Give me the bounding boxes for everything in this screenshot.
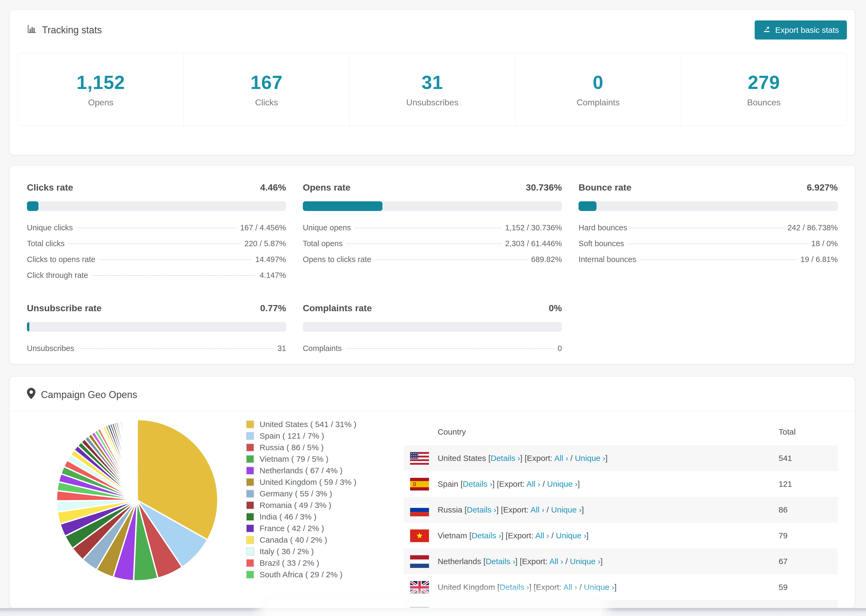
stat-value: 167 — [250, 72, 283, 93]
export-label: Export: — [536, 583, 561, 592]
bar-chart-icon — [27, 24, 37, 36]
rates-grid: Clicks rate4.46%Unique clicks167 / 4.456… — [10, 165, 855, 377]
country-name: United States — [438, 454, 486, 462]
export-all-link[interactable]: All › — [531, 505, 544, 514]
export-unique-link[interactable]: Unique › — [575, 454, 605, 462]
country-total: 79 — [779, 531, 838, 540]
legend-swatch — [246, 501, 254, 509]
geo-pie-legend: United States ( 541 / 31% )Spain ( 121 /… — [246, 418, 356, 580]
legend-item: Germany ( 55 / 3% ) — [246, 488, 356, 499]
legend-item: Brazil ( 33 / 2% ) — [246, 557, 356, 569]
legend-item: Canada ( 40 / 2% ) — [246, 534, 356, 545]
export-label: Export: — [508, 531, 533, 540]
details-link[interactable]: Details › — [499, 583, 529, 592]
country-name: Spain — [438, 479, 458, 488]
geo-table-row-ru: Russia [Details ›] [Export: All › / Uniq… — [403, 497, 838, 523]
legend-swatch — [246, 467, 254, 475]
stat-label: Unsubscribes — [406, 97, 458, 107]
flag-gb-icon — [410, 581, 429, 594]
country-name: Netherlands — [438, 557, 481, 566]
rate-progress-bar — [27, 201, 286, 211]
export-unique-link[interactable]: Unique › — [584, 583, 614, 592]
stat-label: Opens — [88, 97, 113, 107]
geo-country-table: Country Total United States [Details ›] … — [403, 418, 838, 608]
export-all-link[interactable]: All › — [549, 557, 563, 566]
rate-progress-bar — [578, 201, 838, 211]
legend-swatch — [246, 420, 254, 428]
stat-box-clicks: 167Clicks — [183, 53, 350, 126]
details-link[interactable]: Details › — [471, 531, 501, 540]
rate-detail-row: Unique clicks167 / 4.456% — [27, 223, 286, 239]
details-link[interactable]: Details › — [467, 505, 496, 514]
country-total: 541 — [779, 454, 838, 463]
export-all-link[interactable]: All › — [563, 583, 577, 592]
stat-value: 1,152 — [77, 72, 125, 93]
legend-item: United Kingdom ( 59 / 3% ) — [246, 476, 356, 488]
legend-swatch — [246, 478, 254, 486]
campaign-geo-opens-title: Campaign Geo Opens — [41, 389, 137, 401]
stat-value: 279 — [748, 72, 780, 93]
legend-swatch — [246, 432, 254, 440]
country-total: 121 — [779, 479, 838, 489]
bottom-blurred-overlay — [265, 599, 601, 616]
export-unique-link[interactable]: Unique › — [551, 505, 581, 514]
details-link[interactable]: Details › — [491, 454, 520, 462]
rate-value: 4.46% — [260, 182, 286, 193]
stat-label: Complaints — [576, 97, 620, 107]
flag-es-icon — [410, 478, 429, 490]
country-name: Vietnam — [438, 531, 467, 540]
rate-detail-row: Total clicks220 / 5.87% — [27, 239, 286, 255]
flag-ru-icon — [410, 504, 429, 516]
export-all-link[interactable]: All › — [535, 531, 549, 540]
export-all-link[interactable]: All › — [554, 454, 568, 462]
geo-content: United States ( 541 / 31% )Spain ( 121 /… — [10, 412, 855, 608]
export-unique-link[interactable]: Unique › — [570, 557, 600, 566]
legend-item: India ( 46 / 3% ) — [246, 511, 356, 522]
legend-swatch — [246, 536, 254, 544]
legend-item: Netherlands ( 67 / 4% ) — [246, 465, 356, 476]
export-basic-stats-button[interactable]: Export basic stats — [755, 20, 847, 39]
rate-value: 0.77% — [260, 303, 286, 313]
export-all-link[interactable]: All › — [526, 479, 540, 488]
flag-vn-icon — [410, 530, 429, 542]
export-label: Export: — [499, 479, 525, 488]
summary-stats-row: 1,152Opens167Clicks31Unsubscribes0Compla… — [18, 53, 847, 126]
stat-label: Clicks — [255, 97, 278, 107]
details-link[interactable]: Details › — [486, 557, 515, 566]
rate-detail-row: Click through rate4.147% — [27, 271, 286, 287]
legend-item: France ( 42 / 2% ) — [246, 522, 356, 534]
legend-item: United States ( 541 / 31% ) — [246, 418, 356, 430]
legend-item: Italy ( 36 / 2% ) — [246, 545, 356, 557]
legend-swatch — [246, 490, 254, 498]
export-unique-link[interactable]: Unique › — [556, 531, 586, 540]
rate-block-unsubscribe: Unsubscribe rate0.77%Unsubscribes31 — [27, 303, 286, 360]
rate-detail-row: Unsubscribes31 — [27, 344, 286, 360]
stat-value: 0 — [593, 72, 603, 93]
rate-detail-row: Internal bounces19 / 6.81% — [578, 255, 838, 271]
details-link[interactable]: Details › — [463, 479, 493, 488]
geo-table-row-gb: United Kingdom [Details ›] [Export: All … — [403, 574, 838, 600]
geo-table-body: United States [Details ›] [Export: All ›… — [403, 445, 838, 608]
export-label: Export: — [503, 505, 529, 514]
country-total: 59 — [779, 583, 838, 592]
total-column-header: Total — [779, 427, 838, 437]
export-unique-link[interactable]: Unique › — [547, 479, 578, 488]
geo-table-header: Country Total — [403, 418, 838, 445]
geo-table-row-us: United States [Details ›] [Export: All ›… — [403, 445, 838, 471]
export-label: Export: — [522, 557, 548, 566]
export-label: Export: — [527, 454, 553, 462]
country-column-header: Country — [438, 427, 779, 437]
geo-table-row-es: Spain [Details ›] [Export: All › / Uniqu… — [403, 471, 838, 497]
country-name: United Kingdom — [438, 583, 495, 592]
rate-value: 30.736% — [526, 182, 562, 193]
country-total: 86 — [779, 505, 838, 514]
country-total: 67 — [779, 557, 838, 566]
legend-swatch — [246, 559, 254, 567]
tracking-dashboard-page: { "colors": { "accent": "#16869B", "bar_… — [0, 0, 866, 616]
rate-block-clicks: Clicks rate4.46%Unique clicks167 / 4.456… — [27, 182, 286, 287]
rate-block-bounce: Bounce rate6.927%Hard bounces242 / 86.73… — [578, 182, 838, 287]
geo-pie-chart — [54, 414, 220, 587]
rates-card: Clicks rate4.46%Unique clicks167 / 4.456… — [9, 165, 855, 364]
stat-label: Bounces — [747, 97, 781, 107]
rate-detail-row: Opens to clicks rate689.82% — [303, 255, 562, 271]
